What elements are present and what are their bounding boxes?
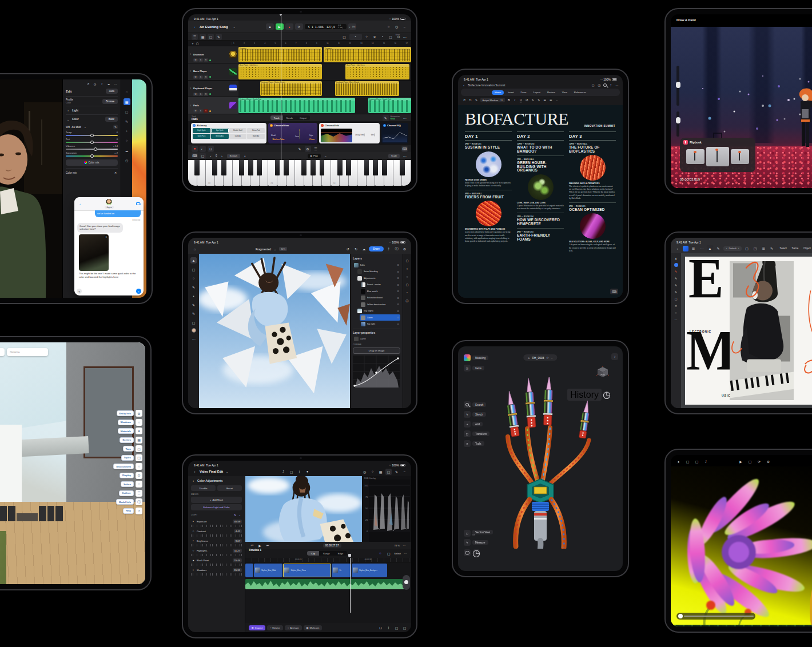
move-tool-icon[interactable]: ▲ xyxy=(190,257,197,263)
panel-back-icon[interactable] xyxy=(191,478,196,483)
visibility-icon[interactable] xyxy=(397,283,399,286)
items-menu[interactable]: Items xyxy=(464,365,484,372)
color-tool-icon[interactable] xyxy=(674,263,678,267)
preset-button[interactable]: Dark Arp xyxy=(229,134,247,139)
eyedropper-icon[interactable] xyxy=(113,125,118,129)
share-icon[interactable] xyxy=(703,458,709,465)
glissando-icon[interactable] xyxy=(323,153,329,159)
wb-chevron-icon[interactable] xyxy=(83,125,87,129)
black-point-slider[interactable]: Black Point15.44 xyxy=(191,558,242,566)
soften-button[interactable]: Soften xyxy=(121,481,134,487)
more-icon[interactable] xyxy=(615,83,619,87)
export-menu[interactable] xyxy=(611,353,618,360)
back-icon[interactable] xyxy=(78,202,82,206)
document-name[interactable]: Fragmented34% xyxy=(256,247,287,251)
curves-section-label[interactable]: CURVES xyxy=(353,344,400,346)
brush-tool-icon[interactable] xyxy=(674,290,678,294)
track-lane[interactable]: Bass Player - Indie Disco Bass Player - … xyxy=(238,63,411,80)
orientation-cube[interactable]: Front xyxy=(596,366,609,378)
tab-output[interactable]: Output xyxy=(296,115,310,120)
align-icon[interactable] xyxy=(761,245,767,251)
bullet-list-button[interactable] xyxy=(543,98,547,102)
notifications-icon[interactable] xyxy=(0,350,1,354)
saturation-slider[interactable]: Saturation+ 2 xyxy=(66,151,118,157)
inspector-tabs[interactable]: TrackSendsOutput xyxy=(270,115,310,120)
project-title[interactable]: Draw & Paint xyxy=(676,18,696,22)
pen-tool-icon[interactable] xyxy=(674,276,678,281)
region[interactable]: Bass Player - Indie Disco xyxy=(345,64,409,79)
info-icon[interactable] xyxy=(393,246,400,252)
heal-tool-icon[interactable] xyxy=(190,293,197,299)
help-button[interactable]: Help xyxy=(123,508,134,514)
copy-tool-icon[interactable] xyxy=(341,34,348,40)
more-icon[interactable] xyxy=(401,153,408,159)
more-icon[interactable] xyxy=(699,245,705,251)
scale-button[interactable]: Scale xyxy=(388,154,400,158)
move-tool-icon[interactable]: ▲ xyxy=(707,245,713,251)
minimize-icon[interactable] xyxy=(401,469,408,475)
outliner-icon[interactable] xyxy=(136,490,142,497)
panel-row[interactable]: Tags xyxy=(123,445,142,452)
canvas[interactable]: E LECTRONIC M USIC xyxy=(681,253,812,408)
materials-icon[interactable] xyxy=(136,428,142,434)
snapping-icon[interactable] xyxy=(369,469,376,475)
color-section[interactable]: Color xyxy=(72,118,79,121)
temp-slider[interactable]: Temp0 xyxy=(66,131,118,136)
record-enable-button[interactable]: R xyxy=(204,93,208,96)
add-tool[interactable]: Add xyxy=(464,421,489,428)
glue-tool-icon[interactable] xyxy=(380,34,386,40)
compose-text[interactable]: This might be the one! I made some quick… xyxy=(79,272,139,278)
share-icon[interactable] xyxy=(99,82,104,86)
eraser-tool-icon[interactable] xyxy=(388,34,394,40)
record-icon[interactable] xyxy=(304,469,311,475)
share-icon[interactable] xyxy=(608,83,613,87)
more-format-icon[interactable] xyxy=(555,98,559,102)
clone-tool-icon[interactable] xyxy=(190,302,197,308)
disable-button[interactable]: Disable xyxy=(191,485,216,491)
curves-graph[interactable] xyxy=(353,356,400,388)
undo-icon[interactable] xyxy=(462,98,467,102)
snap-control[interactable]: Snap1/4 xyxy=(396,34,400,38)
shadows-button[interactable]: Shadows xyxy=(118,420,134,425)
versions-icon[interactable] xyxy=(124,157,130,163)
frame-icon[interactable] xyxy=(747,458,753,465)
foreground-color-swatch[interactable] xyxy=(192,328,196,333)
home-icon[interactable] xyxy=(192,246,198,252)
cloud-icon[interactable] xyxy=(106,82,111,86)
tab-home[interactable]: Home xyxy=(492,90,504,95)
mode-clip[interactable]: Clip xyxy=(307,551,319,556)
region[interactable]: Keyboard Player - Broken Chords xyxy=(260,81,323,97)
solo-button[interactable]: S xyxy=(198,75,203,79)
share-button[interactable]: Share xyxy=(369,246,384,251)
recent-icon[interactable] xyxy=(393,23,400,30)
contrast-slider[interactable]: Contrast4.41 xyxy=(191,529,242,537)
region[interactable]: Keyboard Player - Block Chords xyxy=(335,81,399,97)
avatar[interactable] xyxy=(106,199,112,205)
pointer-tool-pill[interactable] xyxy=(349,34,362,40)
lock-icon[interactable] xyxy=(684,458,691,465)
scrubber-handle[interactable] xyxy=(678,614,683,618)
editor-icon[interactable] xyxy=(536,98,541,102)
octave-up-icon[interactable] xyxy=(219,153,225,159)
adjustments-icon[interactable] xyxy=(405,274,409,279)
environment-icon[interactable] xyxy=(136,463,142,470)
tips-icon[interactable] xyxy=(597,83,602,87)
automation-pencil-icon[interactable] xyxy=(383,115,389,121)
soften-icon[interactable] xyxy=(136,481,142,488)
play-mode-button[interactable]: Play xyxy=(308,154,321,158)
track-header-selected[interactable]: 4PadsMSR xyxy=(188,97,238,114)
keyboard-type-icon[interactable] xyxy=(192,153,198,159)
mode-range[interactable]: Range xyxy=(319,551,334,556)
timeline[interactable]: 00:00:1500:00:30 Skyline_Blue_Wide Skyli… xyxy=(245,558,411,624)
menu-object[interactable]: Object xyxy=(803,247,811,250)
visibility-icon[interactable] xyxy=(397,290,399,293)
sketch-tool[interactable]: Sketch xyxy=(464,411,489,418)
chromaglow-plugin[interactable]: ChromaGlow ModelModern Tube Drive StyleC… xyxy=(268,123,317,143)
wet-knob[interactable] xyxy=(374,133,375,137)
back-icon[interactable] xyxy=(192,469,198,475)
track-header[interactable]: 2Bass PlayerMSR xyxy=(188,63,238,80)
mute-button[interactable]: M xyxy=(193,58,198,62)
brush-icon[interactable] xyxy=(124,118,130,125)
tab-view[interactable]: View xyxy=(559,90,570,95)
record-enable-button[interactable]: R xyxy=(204,58,208,62)
